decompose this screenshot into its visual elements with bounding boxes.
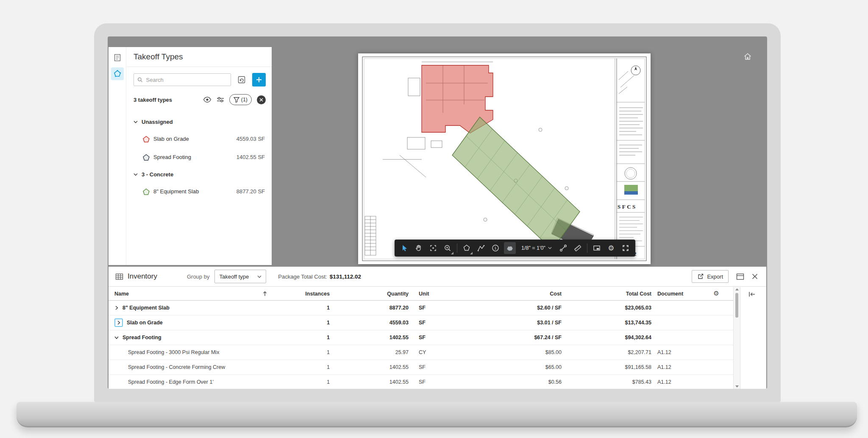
pan-tool[interactable] xyxy=(412,240,426,257)
filter-funnel-icon xyxy=(234,97,239,103)
close-panel-button[interactable] xyxy=(752,273,758,279)
visibility-button[interactable] xyxy=(203,97,211,103)
toolbar-separator xyxy=(457,243,457,253)
row-name: Spread Footing - Edge Form Over 1' xyxy=(128,379,214,385)
focused-chevron-box[interactable] xyxy=(114,318,123,327)
row-document: A1.12 xyxy=(655,364,699,370)
row-unit: SF xyxy=(412,320,462,326)
table-scrollbar[interactable] xyxy=(733,287,740,389)
polygon-tool[interactable] xyxy=(459,240,474,257)
measure-tool[interactable] xyxy=(570,240,585,257)
close-icon xyxy=(259,98,263,102)
fullscreen-button[interactable] xyxy=(618,240,633,257)
tree-item-spread-footing[interactable]: Spread Footing 1402.55 SF xyxy=(134,148,265,166)
group-by-label: Group by xyxy=(187,273,209,280)
takeoff-region-equipment-slab[interactable] xyxy=(452,117,580,250)
cloud-area-tool[interactable] xyxy=(503,240,517,257)
table-icon xyxy=(115,273,123,280)
count-tool[interactable]: 1 xyxy=(488,240,503,257)
inventory-header: Inventory Group by Takeoff type Package … xyxy=(108,267,766,287)
zoom-selection-tool[interactable] xyxy=(426,240,440,257)
tree-item-equipment-slab[interactable]: 8" Equipment Slab 8877.20 SF xyxy=(134,182,265,201)
takeoff-rail-button[interactable] xyxy=(111,67,124,80)
row-total-cost: $13,744.35 xyxy=(565,320,655,326)
scale-control[interactable]: 1/8" = 1'0" xyxy=(517,240,556,257)
dock-panel-button[interactable] xyxy=(736,273,744,280)
table-row-child[interactable]: Spread Footing - Edge Form Over 1' 1 140… xyxy=(108,375,733,389)
row-unit: SF xyxy=(412,379,462,385)
zoom-window-tool[interactable] xyxy=(440,240,455,257)
table-row-child[interactable]: Spread Footing - Concrete Forming Crew 1… xyxy=(108,360,733,375)
zoom-selection-icon xyxy=(429,244,437,252)
pentagon-icon-green xyxy=(143,188,150,195)
scroll-up-icon[interactable] xyxy=(734,288,740,290)
export-button[interactable]: Export xyxy=(692,270,729,283)
tree-item-slab-on-grade[interactable]: Slab on Grade 4559.03 SF xyxy=(134,130,265,148)
row-total-cost: $94,302.64 xyxy=(565,335,655,340)
search-input[interactable] xyxy=(145,76,227,84)
search-icon xyxy=(137,77,143,83)
calibrate-tool[interactable] xyxy=(556,240,570,257)
row-quantity: 4559.03 xyxy=(335,320,412,326)
chevron-right-icon[interactable] xyxy=(114,306,119,310)
row-cost: $85.00 xyxy=(462,349,565,355)
viewer-settings-button[interactable]: ⚙ xyxy=(604,240,618,257)
table-header-row: Name Instances Quantity Unit Cost Total … xyxy=(108,287,733,301)
sort-ascending-icon[interactable] xyxy=(263,291,267,296)
scrollbar-thumb[interactable] xyxy=(735,293,738,318)
row-total-cost: $91,165.58 xyxy=(565,364,655,370)
pip-toggle[interactable] xyxy=(590,240,604,257)
clear-filter-button[interactable] xyxy=(257,95,266,104)
chevron-down-icon[interactable] xyxy=(114,336,119,339)
pentagon-icon-red xyxy=(143,136,150,142)
group-by-dropdown[interactable]: Takeoff type xyxy=(214,270,266,283)
row-name: 8" Equipment Slab xyxy=(122,305,170,311)
select-tool[interactable] xyxy=(397,240,412,257)
takeoff-types-panel: Takeoff Types xyxy=(108,47,272,265)
column-settings-gear-icon[interactable]: ⚙ xyxy=(713,290,719,297)
tree-item-label: 8" Equipment Slab xyxy=(153,188,199,195)
tree-group-concrete[interactable]: 3 - Concrete xyxy=(134,166,265,182)
column-header-quantity[interactable]: Quantity xyxy=(335,291,412,297)
group-by-value: Takeoff type xyxy=(219,273,249,280)
column-header-cost[interactable]: Cost xyxy=(462,291,565,297)
drawing-viewer[interactable]: SFCS A1.12 xyxy=(272,47,767,267)
scroll-down-icon[interactable] xyxy=(734,385,740,388)
column-header-document[interactable]: Document xyxy=(655,291,699,297)
eye-icon xyxy=(203,97,211,103)
table-row-slab-on-grade[interactable]: Slab on Grade 1 4559.03 SF $3.01 / SF $1… xyxy=(108,315,733,330)
toolbar-separator xyxy=(587,243,587,253)
package-total-label: Package Total Cost: xyxy=(278,273,327,280)
row-quantity: 8877.20 xyxy=(335,305,412,311)
count-icon: 1 xyxy=(491,244,500,252)
close-icon xyxy=(752,273,758,279)
search-box[interactable] xyxy=(134,73,231,86)
column-header-total-cost[interactable]: Total Cost xyxy=(565,291,655,297)
home-icon[interactable] xyxy=(743,53,752,61)
column-header-instances[interactable]: Instances xyxy=(271,291,335,297)
drawing-sheet[interactable]: SFCS A1.12 xyxy=(358,53,651,264)
row-instances: 1 xyxy=(271,335,335,340)
column-header-name[interactable]: Name xyxy=(108,291,271,297)
column-header-unit[interactable]: Unit xyxy=(412,291,462,297)
tree-group-unassigned[interactable]: Unassigned xyxy=(134,114,265,130)
takeoff-icon xyxy=(113,70,122,78)
table-row-child[interactable]: Spread Footing - 3000 Psi Regular Mix 1 … xyxy=(108,345,733,360)
polyline-icon xyxy=(477,244,485,252)
takeoff-tree: Unassigned Slab on Grade 4559.03 SF xyxy=(127,108,272,201)
sheets-rail-button[interactable] xyxy=(111,51,124,64)
row-quantity: 25.97 xyxy=(335,349,412,355)
polyline-tool[interactable] xyxy=(474,240,488,257)
chevron-down-icon xyxy=(257,275,262,278)
filter-settings-button[interactable] xyxy=(217,96,224,103)
add-takeoff-type-button[interactable] xyxy=(252,73,266,86)
collapse-columns-button[interactable] xyxy=(748,291,756,299)
table-row-equipment-slab[interactable]: 8" Equipment Slab 1 8877.20 SF $2.60 / S… xyxy=(108,301,733,315)
floor-plan-drawing: SFCS A1.12 xyxy=(358,53,651,264)
row-total-cost: $2,207.71 xyxy=(565,349,655,355)
table-row-spread-footing[interactable]: Spread Footing 1 1402.55 SF $67.24 / SF … xyxy=(108,330,733,345)
history-icon-button[interactable] xyxy=(235,73,248,86)
history-icon xyxy=(237,75,246,84)
row-unit: SF xyxy=(412,335,462,340)
filter-button[interactable]: (1) xyxy=(229,94,252,105)
